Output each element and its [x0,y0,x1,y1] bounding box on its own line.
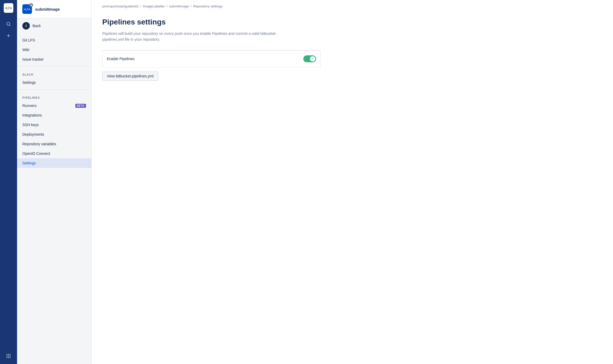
breadcrumb-sep-2: / [166,4,167,8]
breadcrumb-item-org[interactable]: pmmquickstartguides01 [102,4,139,8]
svg-rect-5 [8,354,9,355]
sidebar-item-settings[interactable]: Settings [17,158,91,168]
breadcrumb: pmmquickstartguides01 / ImageLabeller / … [92,0,613,13]
nav-divider-1 [17,66,91,67]
breadcrumb-item-repo[interactable]: ImageLabeller [143,4,165,8]
nav-divider-2 [17,89,91,90]
enable-pipelines-toggle[interactable]: ✓ [303,55,316,62]
page-description: Pipelines will build your repository on … [102,31,289,43]
breadcrumb-sep-1: / [140,4,141,8]
svg-line-1 [10,25,11,26]
sidebar-item-runners[interactable]: Runners BETA [17,101,91,110]
toggle-check-icon: ✓ [312,57,314,60]
svg-rect-13 [31,5,32,6]
view-pipelines-button[interactable]: View bitbucket-pipelines.yml [102,72,158,81]
sidebar-item-wiki[interactable]: Wiki [17,45,91,55]
add-button[interactable] [4,31,13,40]
sidebar-item-slack-settings[interactable]: Settings [17,78,91,87]
enable-pipelines-row: Enable Pipelines ✓ [102,50,321,67]
svg-rect-8 [8,355,9,356]
sidebar-item-integrations[interactable]: Integrations [17,110,91,120]
beta-badge: BETA [75,104,86,108]
grid-button[interactable] [4,351,13,361]
icon-bar: </> [0,0,17,364]
pipelines-section-label: PIPELINES [17,92,91,101]
sidebar-nav: Git LFS Wiki Issue tracker SLACK Setting… [17,33,91,364]
repo-icon: </> [22,4,32,14]
page-title: Pipelines settings [102,18,321,26]
sidebar-item-openid-connect[interactable]: OpenID Connect [17,149,91,158]
sidebar-item-git-lfs[interactable]: Git LFS [17,35,91,45]
sidebar-item-deployments[interactable]: Deployments [17,130,91,139]
back-circle-icon [22,22,30,30]
breadcrumb-item-current: Repository settings [193,4,223,8]
svg-rect-6 [10,354,10,355]
svg-rect-7 [7,355,7,356]
breadcrumb-item-submitimage[interactable]: submitImage [169,4,189,8]
repo-name: submitImage [35,7,60,11]
svg-rect-11 [8,357,9,358]
back-label: Back [32,24,41,28]
svg-rect-12 [10,357,10,358]
main-content: pmmquickstartguides01 / ImageLabeller / … [92,0,613,364]
enable-pipelines-label: Enable Pipelines [107,57,134,61]
content-area: Pipelines settings Pipelines will build … [92,13,331,91]
search-button[interactable] [4,19,13,29]
sidebar-header: </> submitImage [17,0,91,18]
breadcrumb-sep-3: / [190,4,191,8]
back-button[interactable]: Back [17,18,91,33]
svg-rect-10 [7,357,7,358]
svg-rect-4 [7,354,7,355]
slack-section-label: SLACK [17,69,91,78]
toggle-thumb: ✓ [310,56,315,61]
svg-point-0 [7,22,10,25]
sidebar-item-ssh-keys[interactable]: SSH keys [17,120,91,130]
app-logo[interactable]: </> [4,3,13,13]
sidebar: </> submitImage Back Git LFS Wiki Issue … [17,0,92,364]
sidebar-item-issue-tracker[interactable]: Issue tracker [17,55,91,64]
svg-rect-9 [10,355,10,356]
sidebar-item-repository-variables[interactable]: Repository variables [17,139,91,149]
lock-icon [29,3,33,7]
